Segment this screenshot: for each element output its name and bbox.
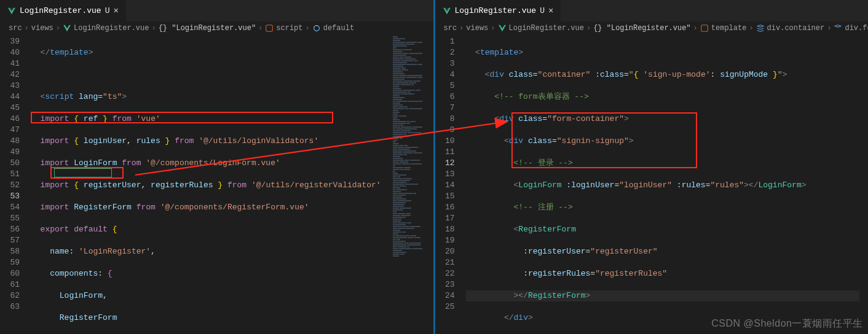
breadcrumb-left[interactable]: src› views› LoginRegister.vue› {} "Login… [0, 21, 433, 35]
svg-rect-2 [701, 25, 708, 32]
svg-point-1 [314, 26, 319, 31]
code-content[interactable]: </template> <script lang="ts"> import { … [31, 35, 390, 334]
close-icon[interactable]: × [548, 6, 553, 16]
script-icon [265, 24, 274, 33]
minimap[interactable] [390, 35, 425, 334]
vue-icon [63, 24, 71, 33]
template-icon [700, 24, 709, 33]
code-editor-right[interactable]: 1234567891011121314151617181920212223242… [435, 35, 869, 334]
vue-icon [443, 7, 451, 15]
scrollbar[interactable] [859, 35, 868, 334]
modified-indicator: U [540, 6, 545, 15]
tab-bar-left: LoginRegister.vue U × [0, 0, 433, 21]
green-box-registerform [54, 168, 112, 177]
line-gutter: 3940414243444546474849505152535455565758… [0, 35, 31, 334]
breadcrumb-right[interactable]: src› views› LoginRegister.vue› {} "Login… [435, 21, 869, 35]
close-icon[interactable]: × [113, 6, 118, 16]
vue-icon [498, 24, 507, 33]
tab-loginregister-right[interactable]: LoginRegister.vue U × [435, 0, 562, 21]
tab-title: LoginRegister.vue [455, 6, 537, 15]
left-editor-pane: LoginRegister.vue U × src› views› LoginR… [0, 0, 435, 334]
tab-bar-right: LoginRegister.vue U × [435, 0, 869, 21]
modified-indicator: U [105, 6, 110, 15]
default-icon [312, 24, 321, 33]
div-icon [756, 24, 765, 33]
right-editor-pane: LoginRegister.vue U × src› views› LoginR… [435, 0, 869, 334]
line-gutter: 1234567891011121314151617181920212223242… [435, 35, 466, 334]
svg-rect-0 [266, 25, 273, 32]
code-content[interactable]: <template> <div class="container" :class… [466, 35, 860, 334]
vue-icon [7, 7, 16, 15]
div-icon [834, 24, 842, 33]
code-editor-left[interactable]: 3940414243444546474849505152535455565758… [0, 35, 433, 334]
watermark: CSDN @Sheldon一蓑烟雨任平生 [711, 317, 863, 330]
tab-loginregister-left[interactable]: LoginRegister.vue U × [0, 0, 127, 21]
scrollbar[interactable] [425, 35, 433, 334]
tab-title: LoginRegister.vue [20, 6, 101, 15]
